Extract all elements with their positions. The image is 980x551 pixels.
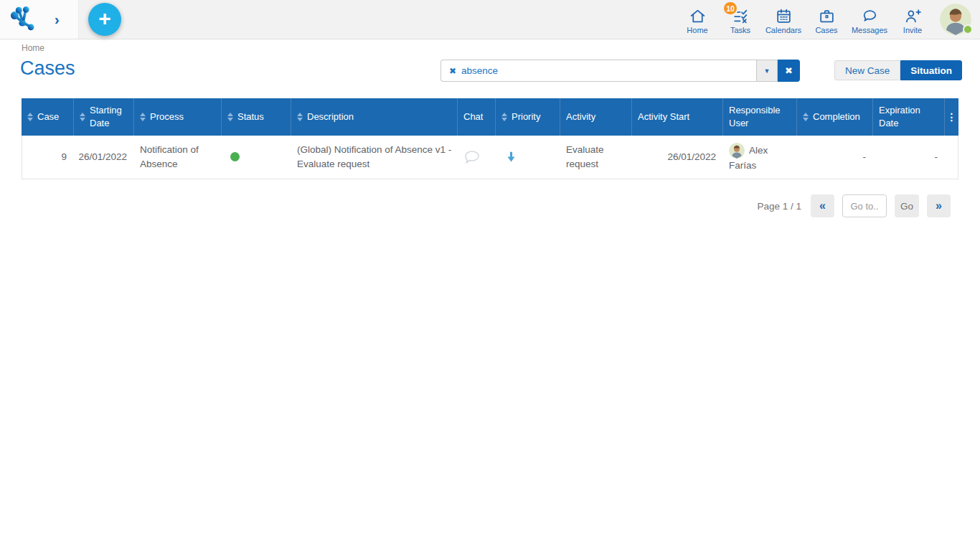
tasks-count-badge: 10 xyxy=(724,2,737,14)
remove-filter-icon[interactable]: ✖ xyxy=(449,66,456,76)
sort-icon xyxy=(803,113,809,121)
cell-activity: Evaluate request xyxy=(560,136,632,179)
situation-button[interactable]: Situation xyxy=(900,60,962,80)
nav-label: Cases xyxy=(815,26,837,34)
sort-icon xyxy=(501,113,507,121)
column-header-status[interactable]: Status xyxy=(221,98,291,136)
column-header-starting-date[interactable]: Starting Date xyxy=(73,98,133,136)
online-status-dot xyxy=(963,24,973,34)
sort-icon xyxy=(140,113,146,121)
double-chevron-right-icon: » xyxy=(936,199,942,212)
table-header-row: Case Starting Date Process Status Descri… xyxy=(22,98,958,136)
cell-row-options xyxy=(945,136,959,179)
cell-expiration-date: - xyxy=(873,136,945,179)
app-logo-icon[interactable] xyxy=(10,5,39,34)
cell-process: Notification of Absence xyxy=(134,136,222,179)
column-options-kebab-icon[interactable]: ⋮ xyxy=(944,98,958,136)
column-header-completion[interactable]: Completion xyxy=(796,98,872,136)
column-header-activity[interactable]: Activity xyxy=(560,98,631,136)
cell-description: (Global) Notification of Absence v1 - Ev… xyxy=(291,136,458,179)
next-page-button[interactable]: » xyxy=(927,194,951,217)
column-header-expiration-date[interactable]: Expiration Date xyxy=(872,98,944,136)
nav-item-home[interactable]: Home xyxy=(676,0,719,39)
goto-page-input[interactable] xyxy=(842,194,887,217)
cell-chat[interactable] xyxy=(458,136,496,179)
status-green-dot xyxy=(230,152,240,161)
cell-priority xyxy=(496,136,560,179)
column-label: Activity xyxy=(566,110,595,123)
chat-bubble-icon xyxy=(463,149,481,165)
sort-icon xyxy=(227,113,233,121)
search-filter-tag: absence xyxy=(461,65,498,76)
new-case-button[interactable]: New Case xyxy=(834,60,900,80)
logo-area: › xyxy=(0,0,79,39)
column-label: Responsible User xyxy=(729,104,791,129)
search-input[interactable]: ✖ absence xyxy=(440,60,756,82)
user-avatar[interactable] xyxy=(940,4,971,35)
cases-table: Case Starting Date Process Status Descri… xyxy=(22,98,958,179)
briefcase-icon xyxy=(818,7,836,25)
nav-item-tasks[interactable]: 10 Tasks xyxy=(719,0,762,39)
cell-responsible-user: Alex Farías xyxy=(723,136,797,179)
column-label: Process xyxy=(150,110,184,123)
priority-low-arrow-icon xyxy=(506,151,517,163)
top-navigation: Home 10 Tasks Calendars xyxy=(676,0,977,39)
column-header-chat[interactable]: Chat xyxy=(457,98,495,136)
nav-label: Calendars xyxy=(765,26,801,34)
nav-label: Tasks xyxy=(730,26,750,34)
home-icon xyxy=(689,7,707,25)
search-options-dropdown-button[interactable]: ▼ xyxy=(756,60,778,82)
cell-completion: - xyxy=(797,136,873,179)
column-label: Description xyxy=(307,110,354,123)
responsible-user-avatar xyxy=(729,143,745,159)
nav-item-calendars[interactable]: Calendars xyxy=(762,0,805,39)
nav-label: Messages xyxy=(852,26,887,34)
table-row[interactable]: 9 26/01/2022 Notification of Absence (Gl… xyxy=(22,136,958,179)
topbar: › + Home 10 Tasks Calendars xyxy=(0,0,980,39)
message-bubble-icon xyxy=(861,7,879,25)
clear-search-button[interactable]: ✖ xyxy=(778,60,800,82)
column-label: Chat xyxy=(463,110,483,123)
new-case-plus-button[interactable]: + xyxy=(88,3,121,36)
clear-icon: ✖ xyxy=(785,65,793,76)
invite-user-icon xyxy=(904,7,922,25)
cell-starting-date: 26/01/2022 xyxy=(74,136,134,179)
column-header-activity-start[interactable]: Activity Start xyxy=(631,98,722,136)
nav-label: Home xyxy=(687,26,707,34)
page-indicator: Page 1 / 1 xyxy=(757,201,801,212)
column-label: Completion xyxy=(813,110,860,123)
sort-icon xyxy=(80,113,85,121)
column-label: Activity Start xyxy=(638,110,689,123)
column-label: Expiration Date xyxy=(879,104,938,129)
nav-item-messages[interactable]: Messages xyxy=(848,0,891,39)
expand-menu-icon[interactable]: › xyxy=(55,10,60,29)
column-header-process[interactable]: Process xyxy=(133,98,221,136)
calendar-icon xyxy=(775,7,793,25)
column-label: Priority xyxy=(512,110,540,123)
page-title: Cases xyxy=(20,57,75,80)
pagination: Page 1 / 1 « Go » xyxy=(757,194,951,217)
nav-item-invite[interactable]: Invite xyxy=(891,0,934,39)
nav-item-cases[interactable]: Cases xyxy=(805,0,848,39)
column-header-responsible-user[interactable]: Responsible User xyxy=(722,98,796,136)
breadcrumb[interactable]: Home xyxy=(22,43,44,53)
column-header-priority[interactable]: Priority xyxy=(495,98,560,136)
previous-page-button[interactable]: « xyxy=(811,194,834,217)
nav-label: Invite xyxy=(903,26,922,34)
column-header-case[interactable]: Case xyxy=(22,98,73,136)
go-button[interactable]: Go xyxy=(895,194,919,217)
cell-status xyxy=(222,136,291,179)
column-label: Starting Date xyxy=(90,104,128,129)
cell-case-number: 9 xyxy=(22,136,74,179)
sort-icon xyxy=(297,113,303,121)
sort-icon xyxy=(27,113,33,121)
cell-activity-start: 26/01/2022 xyxy=(632,136,723,179)
double-chevron-left-icon: « xyxy=(819,199,826,212)
go-label: Go xyxy=(900,201,913,212)
column-label: Case xyxy=(37,110,59,123)
column-header-description[interactable]: Description xyxy=(291,98,457,136)
view-toggle: New Case Situation xyxy=(834,60,962,80)
chevron-down-icon: ▼ xyxy=(764,67,771,75)
search-group: ✖ absence ▼ ✖ xyxy=(440,60,800,82)
column-label: Status xyxy=(237,110,264,123)
